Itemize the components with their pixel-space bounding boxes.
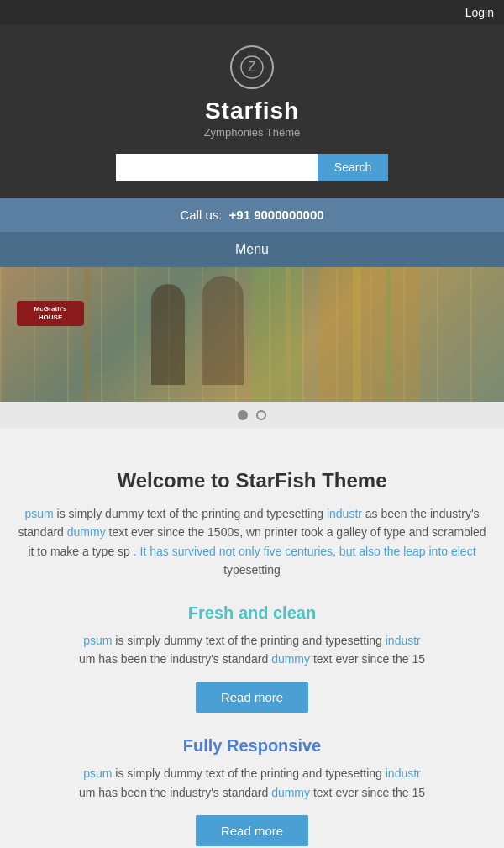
slider-dot-2[interactable] <box>256 410 266 420</box>
figure1 <box>151 284 185 385</box>
vbar4 <box>353 267 361 402</box>
header: Z Starfish Zymphonies Theme Search <box>0 25 504 198</box>
col-overlay1 <box>319 267 420 402</box>
read-more-button-2[interactable]: Read more <box>196 815 308 846</box>
feature-text-hl6: dummy <box>271 786 310 799</box>
welcome-title: Welcome to StarFish Theme <box>13 469 491 492</box>
vbar3 <box>286 267 291 402</box>
feature-title-2: Fully Responsive <box>13 736 491 756</box>
site-subtitle: Zymphonies Theme <box>17 126 487 139</box>
search-input[interactable] <box>116 154 318 181</box>
welcome-highlight2: industr <box>327 507 362 520</box>
vbar5 <box>386 267 391 402</box>
search-button[interactable]: Search <box>318 154 388 181</box>
slider: McGrath'sHOUSE <box>0 267 504 402</box>
slider-image: McGrath'sHOUSE <box>0 267 504 402</box>
sign-element: McGrath'sHOUSE <box>17 301 84 326</box>
feature-section-2: Fully Responsive psum is simply dummy te… <box>13 736 491 846</box>
call-number: +91 9000000000 <box>229 208 324 222</box>
welcome-section: Welcome to StarFish Theme psum is simply… <box>13 469 491 580</box>
figure2 <box>202 276 244 385</box>
slider-dots <box>0 402 504 429</box>
vbar1 <box>84 267 91 402</box>
call-bar: Call us: +91 9000000000 <box>0 198 504 232</box>
site-title: Starfish <box>17 97 487 124</box>
feature-text-1: psum is simply dummy text of the printin… <box>13 631 491 669</box>
top-bar: Login <box>0 0 504 25</box>
logo-circle: Z <box>230 45 274 89</box>
feature-text-2: psum is simply dummy text of the printin… <box>13 764 491 802</box>
welcome-highlight4: . It has survived not only five centurie… <box>134 545 476 558</box>
logo-icon: Z <box>239 55 265 80</box>
feature-section-1: Fresh and clean psum is simply dummy tex… <box>13 603 491 714</box>
main-content: Welcome to StarFish Theme psum is simply… <box>0 429 504 848</box>
vbar2 <box>134 267 138 402</box>
feature-text-hl1: psum <box>83 634 112 647</box>
welcome-highlight3: dummy <box>67 525 106 539</box>
welcome-text: psum is simply dummy text of the printin… <box>13 504 491 580</box>
call-label: Call us: <box>180 208 222 222</box>
search-row: Search <box>17 154 487 181</box>
menu-bar[interactable]: Menu <box>0 232 504 267</box>
read-more-button-1[interactable]: Read more <box>196 682 308 713</box>
login-link[interactable]: Login <box>465 6 494 19</box>
feature-title-1: Fresh and clean <box>13 603 491 623</box>
feature-text-hl5: industr <box>386 766 421 780</box>
feature-text-hl2: industr <box>386 634 421 647</box>
col-overlay2 <box>252 267 302 402</box>
menu-label: Menu <box>235 242 269 256</box>
svg-text:Z: Z <box>248 60 256 74</box>
feature-text-hl3: dummy <box>271 652 310 666</box>
slider-dot-1[interactable] <box>238 410 248 420</box>
welcome-highlight: psum <box>24 507 53 520</box>
sign-text: McGrath'sHOUSE <box>34 305 67 321</box>
feature-text-hl4: psum <box>83 766 112 780</box>
slider-shapes: McGrath'sHOUSE <box>0 267 504 402</box>
